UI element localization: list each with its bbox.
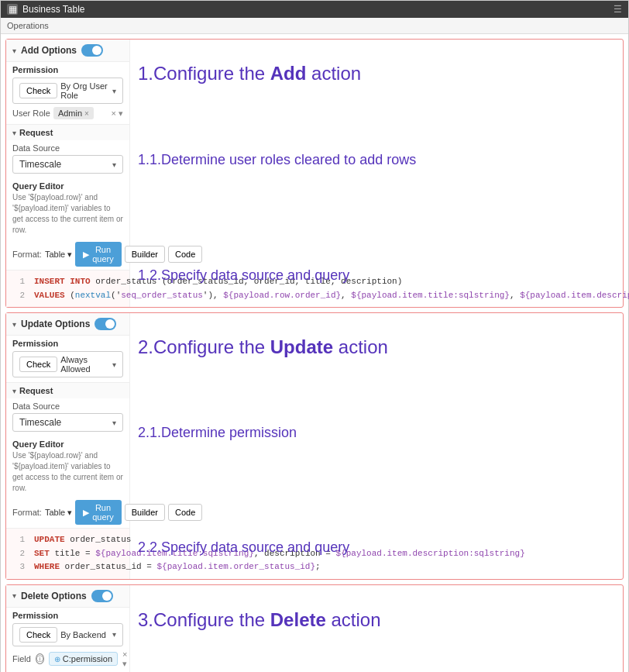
add-sub-annotation: 1.1.Determine user roles cleared to add … [138, 152, 615, 168]
add-clear-btn[interactable]: × ▾ [112, 109, 123, 119]
add-run-query-label: Run query [92, 245, 114, 264]
add-code-line-1: 1 INSERT INTO order_status (order_status… [12, 275, 123, 289]
delete-section: ▾ Delete Options Permission Check By Bac… [5, 584, 624, 672]
add-section-header: ▾ Add Options [6, 40, 129, 62]
update-code-line-3: 3 WHERE order_status_id = ${payload.item… [12, 560, 123, 574]
table-icon: ▦ [7, 4, 18, 15]
update-code-line-2: 2 SET title = ${payload.item.title:sqlst… [12, 547, 123, 561]
add-permission-block: Permission Check By Org User Role ▾ User… [6, 62, 129, 124]
delete-check-btn[interactable]: Check [19, 627, 57, 643]
update-format-select[interactable]: Table ▾ [45, 508, 72, 518]
main-window: ▦ Business Table ☰ Operations ▾ Add Opti… [0, 0, 629, 672]
update-permission-arrow: ▾ [112, 360, 116, 369]
update-ds-value: Timescale [19, 417, 112, 428]
update-request-label: Request [19, 386, 53, 395]
title-bar: ▦ Business Table ☰ [1, 1, 628, 18]
add-format-arrow: ▾ [67, 250, 72, 260]
update-format-value: Table [45, 508, 65, 517]
delete-chevron[interactable]: ▾ [12, 591, 16, 600]
update-line-num-2: 2 [12, 547, 25, 561]
delete-field-label: Field [12, 654, 31, 663]
add-format-row: Format: Table ▾ ▶ Run query Builder Code [6, 239, 129, 270]
update-run-query-icon: ▶ [83, 508, 89, 518]
update-line-code-1: UPDATE order_status [34, 533, 131, 547]
add-run-query-btn[interactable]: ▶ Run query [75, 242, 122, 267]
delete-permission-block: Permission Check By Backend ▾ Field ⓘ ⊕ … [6, 608, 129, 672]
update-request-header: ▾ Request [6, 382, 129, 398]
update-run-query-btn[interactable]: ▶ Run query [75, 500, 122, 525]
update-run-query-label: Run query [92, 503, 114, 522]
delete-main-annotation: 3.Configure the Delete action [138, 609, 615, 631]
update-ds-select[interactable]: Timescale ▾ [12, 413, 123, 432]
add-line-num-1: 1 [12, 275, 25, 289]
add-admin-tag: Admin × [53, 107, 94, 119]
delete-mode-btn[interactable]: By Backend [60, 630, 106, 639]
window-menu-icon[interactable]: ☰ [614, 4, 622, 15]
add-tags-row: User Role Admin × × ▾ [12, 107, 123, 119]
add-ds-arrow: ▾ [112, 160, 116, 169]
update-permission-select[interactable]: Check Always Allowed ▾ [12, 351, 123, 377]
update-toggle[interactable] [95, 318, 116, 330]
add-code-block: 1 INSERT INTO order_status (order_status… [6, 270, 129, 307]
add-format-value: Table [45, 250, 65, 259]
update-check-btn[interactable]: Check [19, 357, 57, 372]
update-annotations: 2.Configure the Update action 2.1.Determ… [130, 313, 623, 579]
update-line-num-3: 3 [12, 560, 25, 574]
delete-permission-label: Permission [12, 611, 123, 620]
update-code-line-1: 1 UPDATE order_status [12, 533, 123, 547]
add-ds-annotation: 1.2.Specify data source and query [138, 267, 615, 284]
delete-field-value: C:permission [63, 654, 112, 663]
add-ds-select[interactable]: Timescale ▾ [12, 155, 123, 174]
update-permission-label: Permission [12, 339, 123, 348]
add-toggle[interactable] [81, 44, 103, 57]
add-section: ▾ Add Options Permission Check By Org Us… [5, 39, 624, 308]
add-request-chevron[interactable]: ▾ [12, 129, 16, 137]
add-run-query-icon: ▶ [83, 250, 89, 260]
add-ds-value: Timescale [19, 159, 112, 170]
add-check-btn[interactable]: Check [19, 83, 57, 98]
add-admin-tag-remove[interactable]: × [84, 109, 89, 118]
delete-field-x[interactable]: × ▾ [122, 650, 127, 669]
add-permission-label: Permission [12, 65, 123, 74]
delete-permission-arrow: ▾ [112, 630, 116, 639]
add-request-label: Request [19, 128, 53, 137]
update-request-chevron[interactable]: ▾ [12, 387, 16, 395]
update-permission-block: Permission Check Always Allowed ▾ [6, 336, 129, 382]
add-title: Add Options [21, 45, 77, 56]
update-ds-label: Data Source [12, 401, 123, 411]
update-qe: Query Editor Use '${payload.row}' and '$… [6, 436, 129, 494]
add-main-annotation: 1.Configure the Add action [138, 63, 615, 84]
update-datasource-block: Data Source Timescale ▾ [6, 398, 129, 436]
add-permission-select[interactable]: Check By Org User Role ▾ [12, 78, 123, 104]
window-title: Business Table [22, 4, 85, 15]
add-line-num-2: 2 [12, 289, 25, 303]
update-format-label: Format: [12, 508, 42, 517]
update-qe-label: Query Editor [12, 439, 123, 449]
update-ds-annotation: 2.2.Specify data source and query [138, 539, 615, 556]
delete-field-tag-icon: ⊕ [54, 655, 60, 663]
update-main-annotation: 2.Configure the Update action [138, 336, 615, 358]
update-qe-hint: Use '${payload.row}' and '${payload.item… [12, 450, 123, 494]
update-ds-arrow: ▾ [112, 419, 116, 427]
delete-field-info-icon: ⓘ [36, 653, 44, 664]
update-chevron[interactable]: ▾ [12, 320, 16, 329]
delete-annotations: 3.Configure the Delete action 3.1.Determ… [130, 585, 623, 672]
add-ds-label: Data Source [12, 143, 123, 153]
delete-section-header: ▾ Delete Options [6, 585, 129, 608]
delete-permission-select[interactable]: Check By Backend ▾ [12, 623, 123, 646]
update-format-arrow: ▾ [67, 508, 72, 518]
add-chevron[interactable]: ▾ [12, 47, 16, 55]
add-admin-tag-text: Admin [58, 109, 82, 118]
update-section-header: ▾ Update Options [6, 313, 129, 336]
add-qe-hint: Use '${payload.row}' and '${payload.item… [12, 192, 123, 236]
update-format-row: Format: Table ▾ ▶ Run query Builder Code [6, 497, 129, 528]
update-code-block: 1 UPDATE order_status 2 SET title = ${pa… [6, 528, 129, 579]
add-mode-btn[interactable]: By Org User Role [60, 81, 112, 100]
delete-field-row: Field ⓘ ⊕ C:permission × ▾ [12, 650, 123, 669]
add-format-label: Format: [12, 250, 42, 259]
add-format-select[interactable]: Table ▾ [45, 250, 72, 260]
add-permission-arrow: ▾ [112, 87, 116, 95]
update-mode-btn[interactable]: Always Allowed [60, 355, 112, 374]
add-code-line-2: 2 VALUES (nextval('seq_order_status'), $… [12, 289, 123, 303]
delete-toggle[interactable] [91, 590, 113, 602]
